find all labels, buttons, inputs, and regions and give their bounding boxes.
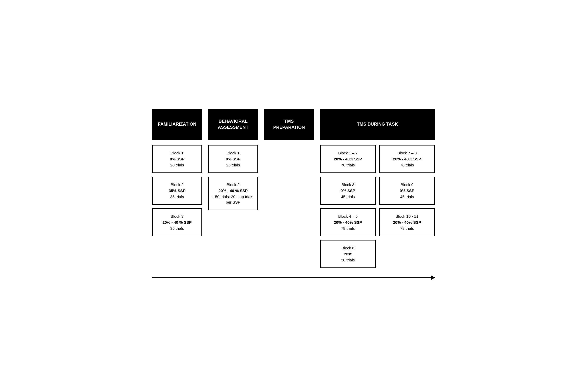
header-behavioral: BEHAVIORAL ASSESSMENT (208, 109, 258, 140)
header-familiarization: FAMILIARIZATION (152, 109, 202, 140)
header-tms-prep: TMS PREPARATION (264, 109, 314, 140)
fam-block-1-ssp: 0% SSP (156, 156, 198, 162)
tms-lb3-name: Block 4 – 5 (324, 214, 371, 219)
fam-block-2-ssp: 35% SSP (156, 188, 198, 193)
header-tms-task-text: TMS DURING TASK (357, 121, 398, 127)
header-behavioral-text: BEHAVIORAL ASSESSMENT (212, 119, 254, 130)
fam-block-2-trials: 35 trials (156, 194, 198, 199)
tms-lb3-ssp: 20% - 40% SSP (324, 220, 371, 225)
column-tms-prep: TMS PREPARATION (264, 109, 314, 145)
familiarization-blocks: Block 1 0% SSP 20 trials Block 2 35% SSP… (152, 145, 202, 236)
beh-block-2: Block 2 20% - 40 % SSP 150 trials: 20 st… (208, 177, 258, 210)
column-familiarization: FAMILIARIZATION Block 1 0% SSP 20 trials… (152, 109, 202, 236)
behavioral-blocks: Block 1 0% SSP 25 trials Block 2 20% - 4… (208, 145, 258, 210)
tms-lb1-ssp: 20% - 40% SSP (324, 156, 371, 162)
tms-left-block-3: Block 4 – 5 20% - 40% SSP 78 trials (320, 208, 376, 236)
beh-block-1: Block 1 0% SSP 25 trials (208, 145, 258, 173)
beh-block-1-trials: 25 trials (212, 162, 254, 168)
tms-left-block-1: Block 1 – 2 20% - 40% SSP 78 trials (320, 145, 376, 173)
fam-block-2: Block 2 35% SSP 35 trials (152, 177, 202, 205)
tms-rb2-trials: 45 trials (383, 194, 431, 199)
tms-b6-ssp: rest (324, 251, 371, 257)
beh-block-2-ssp: 20% - 40 % SSP (212, 188, 254, 193)
fam-block-1-name: Block 1 (156, 150, 198, 156)
fam-block-2-name: Block 2 (156, 182, 198, 187)
header-familiarization-text: FAMILIARIZATION (158, 121, 196, 127)
beh-block-1-ssp: 0% SSP (212, 156, 254, 162)
fam-block-3-ssp: 20% - 40 % SSP (156, 220, 198, 225)
tms-lb1-name: Block 1 – 2 (324, 150, 371, 156)
tms-block-6: Block 6 rest 30 trials (320, 240, 376, 268)
tms-task-blocks-grid: Block 1 – 2 20% - 40% SSP 78 trials Bloc… (320, 145, 435, 268)
header-tms-task: TMS DURING TASK (320, 109, 435, 140)
beh-block-2-trials: 150 trials: 20 stop trials per SSP (212, 194, 254, 205)
tms-rb1-ssp: 20% - 40% SSP (383, 156, 431, 162)
tms-rb1-trials: 78 trials (383, 162, 431, 168)
tms-b6-name: Block 6 (324, 245, 371, 251)
tms-right-block-3: Block 10 - 11 20% - 40% SSP 78 trials (379, 208, 435, 236)
fam-block-3: Block 3 20% - 40 % SSP 35 trials (152, 208, 202, 236)
fam-block-1: Block 1 0% SSP 20 trials (152, 145, 202, 173)
tms-right-block-1: Block 7 – 8 20% - 40% SSP 78 trials (379, 145, 435, 173)
beh-block-2-name: Block 2 (212, 182, 254, 187)
tms-rb3-trials: 78 trials (383, 226, 431, 231)
tms-left-block-2: Block 3 0% SSP 45 trials (320, 177, 376, 205)
column-behavioral: BEHAVIORAL ASSESSMENT Block 1 0% SSP 25 … (208, 109, 258, 210)
tms-lb2-trials: 45 trials (324, 194, 371, 199)
tms-lb1-trials: 78 trials (324, 162, 371, 168)
header-tms-prep-text: TMS PREPARATION (268, 119, 310, 130)
tms-rb2-name: Block 9 (383, 182, 431, 187)
tms-lb3-trials: 78 trials (324, 226, 371, 231)
fam-block-3-name: Block 3 (156, 214, 198, 219)
page-container: FAMILIARIZATION Block 1 0% SSP 20 trials… (147, 98, 440, 294)
tms-lb2-name: Block 3 (324, 182, 371, 187)
tms-rb3-ssp: 20% - 40% SSP (383, 220, 431, 225)
column-tms-task: TMS DURING TASK Block 1 – 2 20% - 40% SS… (320, 109, 435, 268)
tms-right-block-2: Block 9 0% SSP 45 trials (379, 177, 435, 205)
tms-rb3-name: Block 10 - 11 (383, 214, 431, 219)
fam-block-1-trials: 20 trials (156, 162, 198, 168)
beh-block-1-name: Block 1 (212, 150, 254, 156)
columns-wrapper: FAMILIARIZATION Block 1 0% SSP 20 trials… (152, 109, 435, 268)
arrow-line (152, 277, 435, 278)
tms-lb2-ssp: 0% SSP (324, 188, 371, 193)
tms-rb1-name: Block 7 – 8 (383, 150, 431, 156)
tms-b6-trials: 30 trials (324, 257, 371, 263)
fam-block-3-trials: 35 trials (156, 226, 198, 231)
timeline-arrow (152, 277, 435, 278)
tms-rb2-ssp: 0% SSP (383, 188, 431, 193)
